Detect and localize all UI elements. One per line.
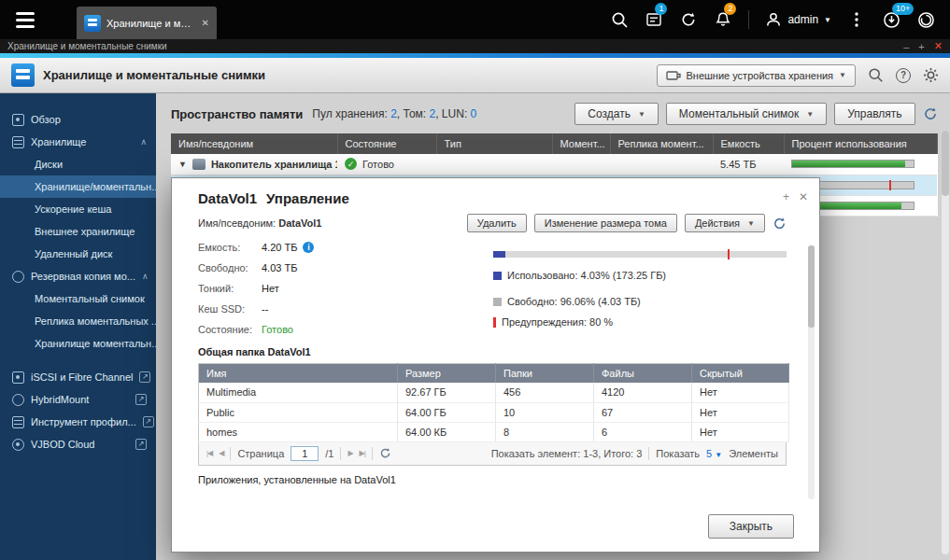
sync-icon[interactable] [679,10,698,29]
sidebar-group-storage[interactable]: Хранилище∧ [0,131,156,153]
sidebar-item-hybridmount[interactable]: HybridMount↗ [0,388,156,411]
first-page-icon[interactable]: |◀ [206,449,212,457]
notifications-bell-icon[interactable]: 2 [714,10,732,29]
tab-close-icon[interactable]: ✕ [202,18,209,28]
topbar-divider [748,10,749,29]
background-tasks-icon[interactable]: 1 [645,10,663,29]
col-header-hidden[interactable]: Скрытый [692,364,789,384]
settings-gear-icon[interactable] [923,67,939,83]
sidebar-item-disks[interactable]: Диски [0,153,156,175]
prev-page-icon[interactable]: ◀ [219,449,223,457]
col-header-usage[interactable]: Процент использования [784,133,937,154]
legend-used: Использовано: 4.03% (173.25 ГБ) [493,270,666,281]
popout-icon[interactable]: + [783,190,789,203]
col-header-status[interactable]: Состояние [337,133,436,154]
search-icon[interactable] [610,10,629,29]
chevron-down-icon: ▼ [839,71,846,79]
warning-swatch [493,317,496,328]
dialog-scrollbar[interactable] [808,245,815,499]
chevron-down-icon: ▼ [638,110,645,119]
backup-icon [12,271,24,283]
sidebar-item-snapshot-vault[interactable]: Хранилище моментальн... [0,332,156,355]
sidebar-item-cache-acceleration[interactable]: Ускорение кеша [0,198,156,220]
sidebar-item-label: HybridMount [31,394,89,405]
manage-button[interactable]: Управлять [834,103,915,125]
user-menu[interactable]: admin ▼ [765,11,831,28]
refresh-icon[interactable] [379,447,391,459]
app-tab[interactable]: Хранилище и моментальные ... ✕ [77,7,217,39]
chevron-down-icon: ▼ [806,110,814,119]
more-options-icon[interactable] [847,10,866,29]
global-search-icon[interactable] [868,67,884,83]
used-swatch [493,272,502,280]
scrollbar-thumb[interactable] [808,245,815,328]
sidebar-item-label: iSCSI и Fibre Channel [31,371,133,383]
col-header-size[interactable]: Размер [398,364,496,384]
sidebar-item-label: Моментальный снимок [35,293,145,304]
col-header-folders[interactable]: Папки [496,364,594,384]
main-menu-button[interactable] [0,0,50,39]
refresh-icon[interactable] [923,106,938,121]
col-header-capacity[interactable]: Емкость [713,133,784,154]
col-header-files[interactable]: Файлы [594,364,692,384]
content-scrollbar[interactable] [942,131,949,554]
next-page-icon[interactable]: ▶ [347,449,352,457]
topbar: Хранилище и моментальные ... ✕ 1 2 admin… [0,0,950,39]
scrollbar-thumb[interactable] [942,131,949,196]
col-header-name[interactable]: Имя [199,364,398,384]
sidebar-item-snapshot[interactable]: Моментальный снимок [0,287,156,310]
warning-threshold-marker [728,249,730,259]
page-input[interactable] [291,446,319,461]
help-icon[interactable]: ? [896,68,911,83]
actions-button[interactable]: Действия▼ [685,214,765,232]
snapshot-button[interactable]: Моментальный снимок▼ [666,103,827,125]
minimize-icon[interactable]: – [903,41,909,52]
col-header-name[interactable]: Имя/псевдоним [171,133,337,154]
sidebar-item-snapshot-replica[interactable]: Реплика моментальных ... [0,310,156,332]
col-header-replica[interactable]: Реплика момент... [610,133,713,154]
table-header-row: Имя/псевдоним Состояние Тип Момент... Ре… [171,133,937,154]
info-icon[interactable]: i [303,242,314,253]
folder-row-homes[interactable]: homes64.00 КБ86Нет [199,422,789,441]
sidebar-item-profiler-tool[interactable]: Инструмент профил...↗ [0,411,156,433]
sidebar-group-snapshot-backup[interactable]: Резервная копия мо...∧ [0,265,156,287]
external-link-icon: ↗ [139,371,150,383]
sidebar-item-label: Диски [35,159,63,170]
sidebar-item-external-storage[interactable]: Внешнее хранилище [0,220,156,243]
col-header-type[interactable]: Тип [436,133,552,154]
divider [340,447,341,460]
table-row-pool[interactable]: ▼Накопитель хранилища 1 ✓Готово 5.45 ТБ [171,154,937,175]
divider [648,447,649,460]
resize-volume-button[interactable]: Изменение размера тома [534,214,677,232]
section-title: Пространство памяти [171,107,303,121]
create-button[interactable]: Создать▼ [574,103,659,125]
external-devices-dropdown[interactable]: Внешние устройства хранения ▼ [657,64,857,87]
col-header-snapshots[interactable]: Момент... [552,133,610,154]
sidebar-item-remote-disk[interactable]: Удаленный диск [0,243,156,265]
app-toolbar: Хранилище и моментальные снимки Внешние … [0,58,950,93]
collapse-icon[interactable]: ▼ [178,160,187,169]
folder-row-public[interactable]: Public64.00 ГБ1067Нет [199,402,789,422]
resource-monitor-icon[interactable] [916,10,935,29]
iscsi-icon [12,371,24,384]
shared-folders-table: Имя Размер Папки Файлы Скрытый Multimedi… [198,363,789,442]
last-page-icon[interactable]: ▶| [360,449,365,457]
downloads-icon[interactable]: 10+ [882,10,900,29]
sidebar-item-iscsi[interactable]: iSCSI и Fibre Channel↗ [0,366,156,388]
refresh-icon[interactable] [773,217,787,231]
folder-row-multimedia[interactable]: Multimedia92.67 ГБ4564120Нет [199,383,789,402]
page-size-select[interactable]: 5 ▼ [706,448,722,459]
overview-icon [12,114,24,126]
delete-button[interactable]: Удалить [467,214,527,232]
datavol1-management-dialog: DataVol1Управление + ✕ Имя/псевдоним: Da… [171,177,820,553]
maximize-icon[interactable]: + [918,41,924,52]
sidebar-item-vjbod-cloud[interactable]: VJBOD Cloud↗ [0,433,156,455]
sidebar-item-overview[interactable]: Обзор [0,108,156,131]
close-button[interactable]: Закрыть [708,514,794,539]
sidebar-item-storage-snapshots[interactable]: Хранилище/моментальн... [0,175,156,198]
close-dialog-icon[interactable]: ✕ [799,190,808,203]
status-ok-icon: ✓ [345,158,357,170]
pagination-bar: |◀ ◀ Страница /1 ▶ ▶| Показать элемент: … [198,442,787,466]
close-window-icon[interactable]: ✕ [934,40,943,52]
downloads-badge: 10+ [892,3,914,15]
